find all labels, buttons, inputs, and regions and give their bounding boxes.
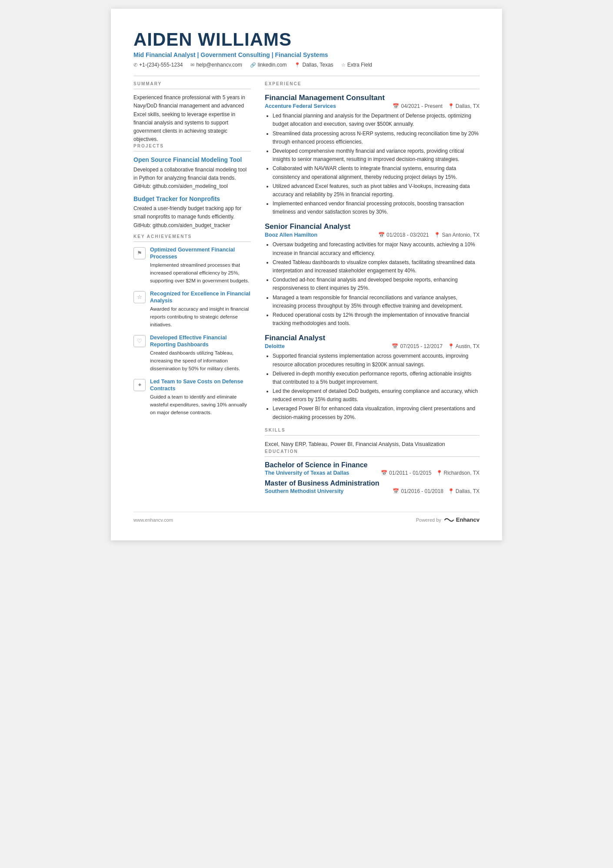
education-item-2: Master of Business Administration Southe…: [265, 479, 480, 494]
school-1: The University of Texas at Dallas: [265, 470, 349, 476]
bullets-3: Supported financial systems implementati…: [265, 352, 480, 422]
edu-pin-icon-1: 📍: [436, 470, 443, 476]
job-title-3: Financial Analyst: [265, 334, 480, 342]
linkedin-value: linkedin.com: [258, 62, 287, 68]
education-label: EDUCATION: [265, 449, 480, 454]
location-3: 📍 Austin, TX: [448, 343, 480, 349]
pin-icon-3: 📍: [448, 343, 454, 349]
education-section: EDUCATION Bachelor of Science in Finance…: [265, 449, 480, 494]
degree-1: Bachelor of Science in Finance: [265, 461, 480, 469]
footer-powered-by: Powered by Enhancv: [416, 516, 480, 523]
contact-row: ✆ +1-(234)-555-1234 ✉ help@enhancv.com 🔗…: [133, 62, 480, 68]
achievement-content-1: Optimized Government Financial Processes…: [150, 246, 251, 285]
summary-divider: [133, 89, 251, 89]
experience-section: EXPERIENCE Financial Management Consulta…: [265, 81, 480, 422]
lightbulb-icon: ♡: [133, 335, 146, 347]
bullet-1-5: Utilized advanced Excel features, such a…: [273, 182, 480, 199]
achievement-item-2: ☆ Recognized for Excellence in Financial…: [133, 290, 251, 329]
achievements-label: KEY ACHIEVEMENTS: [133, 234, 251, 239]
achievements-section: KEY ACHIEVEMENTS ⚑ Optimized Government …: [133, 234, 251, 417]
bullet-3-3: Led the development of detailed DoD budg…: [273, 387, 480, 404]
experience-divider: [265, 89, 480, 89]
achievement-title-2: Recognized for Excellence in Financial A…: [150, 290, 251, 305]
project-title-2: Budget Tracker for Nonprofits: [133, 195, 251, 203]
education-item-1: Bachelor of Science in Finance The Unive…: [265, 461, 480, 476]
bullet-1-2: Streamlined data processing across N-ERP…: [273, 130, 480, 146]
achievement-title-4: Led Team to Save Costs on Defense Contra…: [150, 378, 251, 392]
company-3: Deloitte: [265, 343, 285, 349]
bullets-2: Oversaw budgeting and forecasting activi…: [265, 241, 480, 328]
star-icon: ☆: [133, 291, 146, 303]
degree-2: Master of Business Administration: [265, 479, 480, 487]
achievement-content-2: Recognized for Excellence in Financial A…: [150, 290, 251, 329]
phone-value: +1-(234)-555-1234: [139, 62, 183, 68]
cal-icon-1: 📅: [393, 103, 399, 109]
edu-meta-2: Southern Methodist University 📅 01/2016 …: [265, 488, 480, 494]
company-2: Booz Allen Hamilton: [265, 232, 317, 238]
bullets-1: Led financial planning and analysis for …: [265, 112, 480, 216]
extra-icon: ☆: [341, 62, 346, 68]
experience-item-3: Financial Analyst Deloitte 📅 07/2015 - 1…: [265, 334, 480, 422]
summary-section: SUMMARY Experienced finance professional…: [133, 81, 251, 144]
header-divider: [133, 76, 480, 76]
bullet-2-1: Oversaw budgeting and forecasting activi…: [273, 241, 480, 257]
achievement-title-3: Developed Effective Financial Reporting …: [150, 334, 251, 349]
achievement-desc-2: Awarded for accuracy and insight in fina…: [150, 305, 251, 328]
footer-url: www.enhancv.com: [133, 517, 173, 523]
edu-location-1: 📍 Richardson, TX: [436, 470, 480, 476]
project-desc-1: Developed a collaborative financial mode…: [133, 166, 251, 191]
edu-dates-1: 📅 01/2011 - 01/2015: [381, 470, 431, 476]
pin-icon-1: 📍: [448, 103, 454, 109]
candidate-title: Mid Financial Analyst | Government Consu…: [133, 51, 480, 58]
pin-icon-2: 📍: [434, 232, 440, 238]
achievement-desc-4: Guided a team to identify and eliminate …: [150, 393, 251, 416]
star2-icon: ✦: [133, 379, 146, 391]
summary-label: SUMMARY: [133, 81, 251, 86]
bullet-3-4: Leveraged Power BI for enhanced data vis…: [273, 405, 480, 421]
enhancv-logo: Enhancv: [444, 516, 480, 523]
location-2: 📍 San Antonio, TX: [434, 232, 480, 238]
achievement-item-1: ⚑ Optimized Government Financial Process…: [133, 246, 251, 285]
achievement-desc-3: Created dashboards utilizing Tableau, in…: [150, 349, 251, 372]
bullet-1-1: Led financial planning and analysis for …: [273, 112, 480, 128]
project-desc-2: Created a user-friendly budget tracking …: [133, 204, 251, 230]
bullet-2-2: Created Tableau dashboards to visualize …: [273, 258, 480, 275]
skills-label: SKILLS: [265, 428, 480, 432]
skills-divider: [265, 435, 480, 436]
achievement-item-3: ♡ Developed Effective Financial Reportin…: [133, 334, 251, 373]
projects-section: PROJECTS Open Source Financial Modeling …: [133, 144, 251, 230]
right-column: EXPERIENCE Financial Management Consulta…: [265, 81, 480, 498]
exp-meta-2: Booz Allen Hamilton 📅 01/2018 - 03/2021 …: [265, 232, 480, 238]
flag-icon: ⚑: [133, 247, 146, 259]
skills-section: SKILLS Excel, Navy ERP, Tableau, Power B…: [265, 428, 480, 449]
bullet-3-2: Delivered in-depth monthly execution per…: [273, 370, 480, 386]
experience-item-2: Senior Financial Analyst Booz Allen Hami…: [265, 222, 480, 328]
job-title-1: Financial Management Consultant: [265, 94, 480, 102]
location-1: 📍 Dallas, TX: [448, 103, 480, 109]
bullet-2-5: Reduced operational costs by 12% through…: [273, 311, 480, 328]
dates-2: 📅 01/2018 - 03/2021: [378, 232, 429, 238]
experience-label: EXPERIENCE: [265, 81, 480, 86]
achievement-desc-1: Implemented streamlined processes that i…: [150, 261, 251, 285]
achievement-content-4: Led Team to Save Costs on Defense Contra…: [150, 378, 251, 417]
candidate-name: AIDEN WILLIAMS: [133, 30, 480, 50]
email-icon: ✉: [190, 62, 194, 68]
enhancv-brand-name: Enhancv: [456, 516, 480, 523]
email-contact: ✉ help@enhancv.com: [190, 62, 242, 68]
education-divider: [265, 456, 480, 457]
bullet-3-1: Supported financial systems implementati…: [273, 352, 480, 369]
phone-contact: ✆ +1-(234)-555-1234: [133, 62, 183, 68]
achievement-item-4: ✦ Led Team to Save Costs on Defense Cont…: [133, 378, 251, 417]
achievements-divider: [133, 241, 251, 242]
edu-pin-icon-2: 📍: [448, 488, 454, 494]
projects-label: PROJECTS: [133, 144, 251, 148]
linkedin-contact: 🔗 linkedin.com: [250, 62, 287, 68]
edu-cal-icon-2: 📅: [393, 488, 399, 494]
bullet-1-4: Collaborated with NAVWAR clients to inte…: [273, 164, 480, 181]
cal-icon-2: 📅: [378, 232, 385, 238]
edu-dates-2: 📅 01/2016 - 01/2018: [393, 488, 443, 494]
edu-cal-icon-1: 📅: [381, 470, 387, 476]
summary-text: Experienced finance professional with 5 …: [133, 94, 251, 144]
location-contact: 📍 Dallas, Texas: [294, 62, 333, 68]
job-title-2: Senior Financial Analyst: [265, 222, 480, 231]
